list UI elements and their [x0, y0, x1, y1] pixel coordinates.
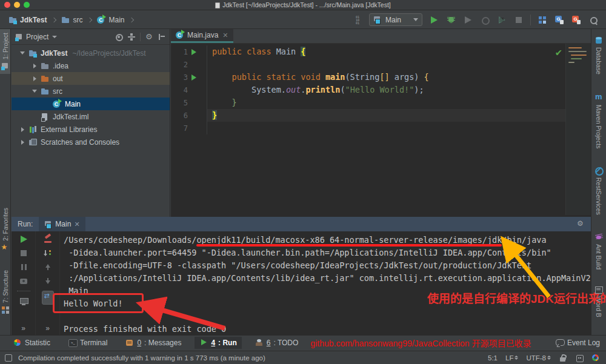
profiler-button[interactable] [479, 15, 490, 25]
tab-main-java[interactable]: Main.java ✕ [171, 29, 233, 43]
tree-item-jdktest-iml[interactable]: JdkTest.iml [12, 110, 170, 123]
tree-item-label: .idea [53, 62, 68, 70]
event-log-button[interactable]: Event Log [556, 339, 600, 347]
run-coverage-button[interactable] [462, 15, 473, 25]
show-console-button[interactable] [19, 297, 28, 305]
next-occurrence-button[interactable] [44, 277, 52, 285]
project-tag [13, 21, 17, 24]
run-tab-main[interactable]: Main ✕ [39, 217, 85, 231]
skip-icon [498, 16, 506, 24]
stripe-button-ant-build[interactable]: Ant Build [591, 230, 606, 273]
tool-window-button-statistic[interactable]: Statistic [8, 337, 55, 349]
status-bar: Compilation completed successfully with … [0, 351, 606, 364]
project-view-selector[interactable]: Project [26, 33, 48, 41]
stop-button[interactable] [513, 15, 524, 25]
expand-arrow-icon[interactable] [16, 51, 28, 55]
collapse-all-button[interactable] [127, 33, 136, 41]
code-token: public class [212, 47, 276, 56]
google-icon[interactable] [591, 354, 600, 362]
settings-gear-button[interactable] [145, 33, 153, 41]
event-log-bubble-icon [556, 339, 564, 347]
encoding-select[interactable]: UTF-8 [526, 354, 551, 362]
breadcrumb-jdktest[interactable]: JdkTest [6, 15, 49, 25]
tool-window-button-0-messages[interactable]: 0: Messages [121, 337, 186, 349]
breadcrumb: JdkTestsrcMain [6, 15, 135, 25]
caret-position[interactable]: 5:1 [488, 354, 498, 362]
breadcrumb-chevron-icon [129, 17, 134, 22]
stop-process-button[interactable] [19, 249, 28, 257]
folder-project-icon [8, 16, 17, 24]
tool-window-button-4-run[interactable]: 4: Run [195, 337, 241, 349]
breadcrumb-src[interactable]: src [59, 15, 85, 25]
pause-output-button[interactable] [19, 263, 28, 271]
clear-console-button[interactable] [44, 235, 52, 243]
tree-item-external-libraries[interactable]: External Libraries [12, 123, 170, 136]
expand-arrow-icon[interactable] [28, 90, 41, 93]
run-configuration-select[interactable]: Main [369, 13, 422, 26]
code-minimap[interactable] [565, 44, 591, 215]
expand-arrow-icon[interactable] [16, 140, 28, 145]
hide-panel-button[interactable] [158, 33, 166, 41]
run-skip-button[interactable] [496, 15, 507, 25]
stripe-button-1-project[interactable]: 1: Project [0, 29, 10, 74]
project-view-icon [15, 33, 24, 41]
translate-alt-button[interactable] [571, 15, 582, 25]
locate-file-button[interactable] [115, 33, 123, 41]
window-grid-button[interactable] [537, 15, 548, 25]
run-settings-gear-button[interactable] [577, 220, 585, 228]
stripe-button-restservices[interactable]: RestServices [591, 163, 606, 219]
binary-plugin-icon[interactable] [355, 16, 363, 24]
run-line-icon[interactable] [191, 74, 196, 81]
tree-item-jdktest[interactable]: JdkTest~/IdeaProjects/JdkTest [12, 47, 170, 59]
code-token: ( [340, 85, 345, 94]
tool-window-button-label: : Run [218, 339, 237, 347]
code-editor[interactable]: 1public class Main {23 public static voi… [171, 44, 591, 215]
tree-item-scratches-and-consoles[interactable]: Scratches and Consoles [12, 136, 170, 148]
stripe-button-7-structure[interactable]: 7: Structure [0, 266, 10, 317]
search-icon [589, 16, 598, 24]
stripe-spacer [0, 256, 10, 266]
prev-occurrence-button[interactable] [44, 263, 52, 271]
run-line-icon[interactable] [191, 49, 196, 55]
line-separator-select[interactable]: LF [505, 354, 518, 362]
stripe-button-maven-projects[interactable]: Maven Projects [591, 90, 606, 152]
more-actions-chevron[interactable]: » [21, 324, 25, 333]
soft-wrap-toggle[interactable] [42, 291, 54, 305]
tool-window-button-terminal[interactable]: Terminal [64, 337, 112, 349]
expand-arrow-icon[interactable] [16, 127, 28, 132]
breadcrumb-main[interactable]: Main [95, 15, 127, 25]
debug-button[interactable] [445, 15, 456, 25]
stripe-spacer [591, 152, 606, 163]
run-gutter[interactable] [188, 49, 200, 55]
tool-window-toggle-icon[interactable] [5, 354, 12, 362]
close-run-tab-icon[interactable]: ✕ [74, 220, 79, 228]
console-output[interactable]: /Users/codesheep/Downloads/openjdk11/bui… [60, 231, 606, 335]
expand-arrow-icon[interactable] [28, 76, 41, 81]
expand-arrow-icon[interactable] [28, 64, 41, 68]
stripe-label: 7: Structure [2, 270, 9, 303]
thread-dump-button[interactable] [19, 277, 28, 285]
translate-button[interactable] [554, 15, 565, 25]
more-actions-chevron[interactable]: » [45, 324, 50, 333]
scroll-to-end-button[interactable] [44, 249, 52, 257]
tool-window-button-6-todo[interactable]: 6: TODO [250, 337, 304, 349]
close-tab-icon[interactable]: ✕ [222, 31, 228, 39]
run-left-toolbar: » [12, 231, 36, 335]
stripe-button-database[interactable]: Database [591, 33, 606, 78]
translate-blue-icon [555, 16, 564, 24]
code-token: Main [276, 47, 301, 56]
lock-icon[interactable] [559, 354, 567, 362]
tree-item-main[interactable]: Main [12, 98, 170, 110]
tree-item-src[interactable]: src [12, 85, 170, 98]
fold-gutter [200, 96, 207, 109]
rerun-button[interactable] [19, 235, 28, 243]
tree-item-idea[interactable]: .idea [12, 59, 170, 72]
search-everywhere-button[interactable] [588, 15, 599, 25]
mnemonic: 0 [137, 339, 141, 347]
robot-plugin-icon[interactable] [575, 354, 584, 362]
stripe-label: 2: Favorites [2, 208, 9, 241]
run-gutter[interactable] [188, 74, 200, 81]
tree-item-out[interactable]: out [12, 72, 170, 85]
stripe-button-2-favorites[interactable]: 2: Favorites [0, 204, 10, 256]
run-button[interactable] [428, 15, 439, 25]
